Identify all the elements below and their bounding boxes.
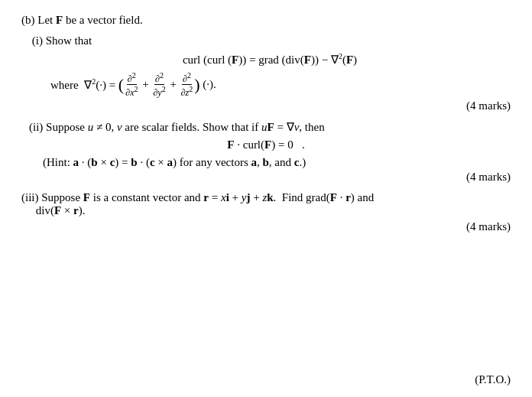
part-ii: (ii) Suppose u ≠ 0, v are scalar fields.… [21,120,511,184]
part-i-header: (i) Show that [29,34,511,47]
close-paren: ) [194,76,200,93]
plus1: + [139,78,151,91]
F-curl-equation: F · curl(F) = 0 . [21,138,511,151]
where-line: where ∇2(·) = ( ∂2 ∂x2 + ∂2 ∂y2 + ∂2 ∂z2… [50,71,511,98]
part-i-marks: (4 marks) [29,99,511,112]
part-i: (i) Show that curl (curl (F)) = grad (di… [29,34,511,112]
curl-equation-text: curl (curl (F)) = grad (div(F)) − ∇2(F) [183,52,357,67]
where-text: where ∇2(·) = [50,77,118,92]
pto-label: (P.T.O.) [475,373,511,386]
part-ii-marks: (4 marks) [21,171,511,184]
part-iii: (iii) Suppose F is a constant vector and… [21,191,511,233]
show-that-text: Show that [46,34,92,47]
hint-line: (Hint: a · (b × c) = b · (c × a) for any… [43,156,511,169]
part-iii-marks: (4 marks) [21,220,511,233]
part-ii-header: (ii) Suppose u ≠ 0, v are scalar fields.… [29,120,511,134]
frac-x2: ∂2 ∂x2 [125,71,138,98]
frac-z2: ∂2 ∂z2 [180,71,194,98]
plus2: + [167,78,180,91]
part-b-label: (b) Let F be a vector field. [21,14,511,27]
F-curl-text: F · curl(F) = 0 . [227,138,304,151]
part-b-text: (b) Let F be a vector field. [21,14,143,26]
curl-equation: curl (curl (F)) = grad (div(F)) − ∇2(F) [29,52,511,67]
dot-paren: (·). [200,78,216,91]
page: (b) Let F be a vector field. (i) Show th… [0,0,532,397]
F-bold: F [56,14,63,26]
part-iii-header: (iii) Suppose F is a constant vector and… [21,191,511,217]
frac-y2: ∂2 ∂y2 [152,71,166,98]
open-paren: ( [118,76,124,93]
